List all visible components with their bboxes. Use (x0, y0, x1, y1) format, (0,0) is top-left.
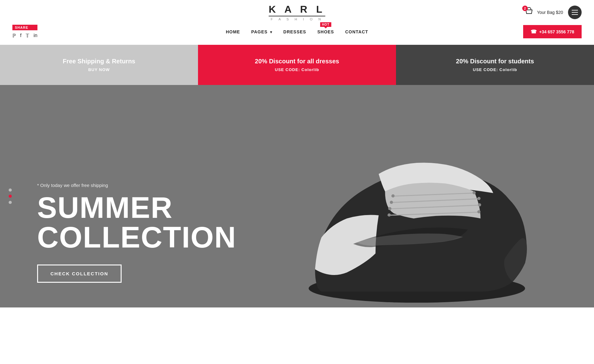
nav-item-shoes: HOT SHOES (317, 29, 334, 35)
check-collection-button[interactable]: CHECK COLLECTION (37, 265, 122, 283)
svg-point-8 (477, 197, 480, 200)
hamburger-line-1 (572, 10, 578, 11)
svg-point-9 (388, 207, 391, 210)
slider-dots (9, 188, 12, 204)
slider-dot-3[interactable] (9, 201, 12, 204)
logo-subtitle: F A S H I O N (269, 17, 325, 21)
twitter-icon[interactable]: 𝕋 (26, 33, 29, 39)
promo-shipping-title: Free Shipping & Returns (63, 58, 135, 65)
slider-dot-2[interactable] (9, 195, 12, 198)
svg-point-11 (388, 214, 391, 217)
promo-item-dresses: 20% Discount for all dresses USE CODE: C… (198, 45, 396, 85)
nav-item-home: HOME (226, 29, 240, 35)
promo-item-students: 20% Discount for students USE CODE: Colo… (396, 45, 594, 85)
hero-section: * Only today we offer free shipping SUMM… (0, 85, 594, 307)
phone-number: +34 657 3556 778 (539, 29, 574, 34)
svg-point-12 (477, 210, 480, 213)
phone-button[interactable]: ☎ +34 657 3556 778 (523, 25, 582, 38)
hamburger-line-2 (572, 12, 578, 13)
cart-icon-wrapper[interactable]: 2 (523, 7, 535, 18)
hero-shipping-note: * Only today we offer free shipping (37, 183, 217, 188)
hamburger-line-3 (572, 14, 578, 15)
nav-link-shoes[interactable]: SHOES (317, 29, 334, 34)
promo-dresses-sub: USE CODE: Colorlib (275, 67, 319, 72)
nav-item-pages: PAGES ▾ (251, 29, 272, 35)
share-label: SHARE (12, 25, 37, 30)
promo-dresses-title: 20% Discount for all dresses (255, 58, 339, 65)
hero-content: * Only today we offer free shipping SUMM… (0, 183, 217, 307)
header: K A R L F A S H I O N 2 Your Bag $20 (0, 0, 594, 25)
cart-badge: 2 (522, 6, 528, 11)
nav-link-contact[interactable]: CONTACT (345, 29, 368, 34)
promo-item-shipping: Free Shipping & Returns BUY NOW (0, 45, 198, 85)
hot-badge: HOT (320, 22, 331, 27)
logo-title: K A R L (269, 4, 325, 16)
nav-item-contact: CONTACT (345, 29, 368, 35)
hero-shoe-container (208, 85, 594, 307)
nav-bar: SHARE ℙ f 𝕋 in HOME PAGES ▾ DRESSES HOT … (0, 25, 594, 45)
social-share: SHARE ℙ f 𝕋 in (12, 25, 37, 39)
promo-students-sub: USE CODE: Colorlib (473, 67, 517, 72)
svg-point-7 (390, 201, 393, 204)
nav-item-dresses: DRESSES (283, 29, 306, 35)
linkedin-icon[interactable]: in (33, 33, 37, 39)
cart-area: 2 Your Bag $20 (523, 7, 563, 18)
svg-point-6 (472, 191, 476, 194)
social-icons: ℙ f 𝕋 in (12, 33, 37, 39)
hero-title: SUMMER COLLECTION (37, 193, 217, 252)
nav-link-home[interactable]: HOME (226, 29, 240, 34)
dropdown-arrow: ▾ (270, 30, 272, 34)
logo: K A R L F A S H I O N (269, 4, 325, 21)
svg-point-10 (478, 203, 481, 206)
nav-links: HOME PAGES ▾ DRESSES HOT SHOES CONTACT (226, 29, 368, 35)
nav-link-dresses[interactable]: DRESSES (283, 29, 306, 34)
shoe-illustration (208, 85, 594, 307)
hamburger-button[interactable] (568, 6, 582, 19)
facebook-icon[interactable]: f (20, 33, 21, 39)
phone-icon: ☎ (531, 29, 537, 35)
nav-link-pages[interactable]: PAGES ▾ (251, 29, 272, 34)
promo-students-title: 20% Discount for students (456, 58, 534, 65)
header-right: 2 Your Bag $20 (523, 6, 582, 19)
pinterest-icon[interactable]: ℙ (12, 33, 16, 39)
promo-shipping-sub[interactable]: BUY NOW (88, 67, 110, 72)
slider-dot-1[interactable] (9, 188, 12, 192)
cart-text: Your Bag $20 (537, 10, 563, 15)
promo-banner: Free Shipping & Returns BUY NOW 20% Disc… (0, 45, 594, 85)
svg-point-5 (391, 194, 394, 197)
